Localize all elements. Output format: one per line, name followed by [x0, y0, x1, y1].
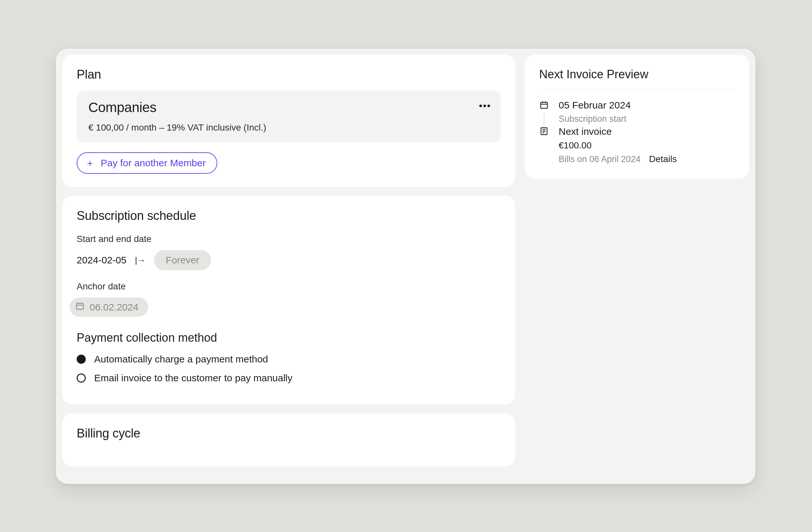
right-column: Next Invoice Preview: [525, 55, 749, 478]
radio-unchecked-icon: [77, 374, 86, 383]
plan-section-title: Plan: [77, 68, 501, 82]
invoice-preview-card: Next Invoice Preview: [525, 55, 749, 178]
pay-for-another-member-button[interactable]: ＋ Pay for another Member: [77, 152, 217, 174]
anchor-date-chip[interactable]: 06.02.2024: [70, 298, 148, 317]
plan-name: Companies: [88, 100, 489, 115]
svg-rect-4: [541, 102, 548, 109]
payment-method-auto-label: Automatically charge a payment method: [94, 354, 268, 365]
subscription-start-label: Subscription start: [559, 114, 735, 124]
subscription-start-date: 05 Februar 2024: [559, 100, 735, 111]
date-row: 2024-02-05 |→ Forever: [77, 250, 501, 270]
payment-method-auto[interactable]: Automatically charge a payment method: [77, 354, 501, 365]
next-invoice-title: Next invoice: [559, 126, 735, 137]
billing-cycle-card: Billing cycle: [62, 414, 515, 466]
payment-method-email[interactable]: Email invoice to the customer to pay man…: [77, 373, 501, 384]
schedule-section-title: Subscription schedule: [77, 209, 501, 223]
invoice-timeline: 05 Februar 2024 Subscription start: [539, 100, 735, 164]
invoice-preview-title: Next Invoice Preview: [539, 68, 735, 89]
payment-method-email-label: Email invoice to the customer to pay man…: [94, 373, 292, 384]
end-date-chip[interactable]: Forever: [154, 250, 211, 270]
left-column: Plan ••• Companies € 100,00 / month – 19…: [62, 55, 515, 478]
start-end-date-label: Start and end date: [77, 234, 501, 244]
arrow-right-icon: |→: [135, 255, 145, 265]
anchor-date-value: 06.02.2024: [90, 302, 139, 313]
svg-rect-0: [77, 303, 84, 310]
calendar-icon: [75, 301, 85, 313]
timeline-item-next-invoice: Next invoice €100.00 Bills on 06 April 2…: [539, 126, 735, 164]
radio-checked-icon: [77, 355, 86, 364]
start-date-value[interactable]: 2024-02-05: [77, 255, 126, 266]
payment-method-title: Payment collection method: [77, 331, 501, 345]
next-invoice-amount: €100.00: [559, 140, 735, 151]
billing-cycle-title: Billing cycle: [77, 427, 501, 441]
next-invoice-bills-on: Bills on 06 April 2024: [559, 154, 640, 164]
pay-button-label: Pay for another Member: [101, 158, 206, 169]
plan-card: Plan ••• Companies € 100,00 / month – 19…: [62, 55, 515, 187]
plan-price-line: € 100,00 / month – 19% VAT inclusive (In…: [88, 123, 489, 133]
settings-panel: Plan ••• Companies € 100,00 / month – 19…: [56, 49, 755, 484]
plus-icon: ＋: [85, 158, 95, 168]
plan-summary-box: ••• Companies € 100,00 / month – 19% VAT…: [77, 91, 501, 143]
invoice-icon: [539, 126, 549, 164]
next-invoice-details-link[interactable]: Details: [649, 154, 677, 164]
anchor-date-label: Anchor date: [77, 281, 501, 292]
subscription-schedule-card: Subscription schedule Start and end date…: [62, 196, 515, 404]
timeline-item-start: 05 Februar 2024 Subscription start: [539, 100, 735, 126]
more-horizontal-icon[interactable]: •••: [479, 101, 491, 111]
